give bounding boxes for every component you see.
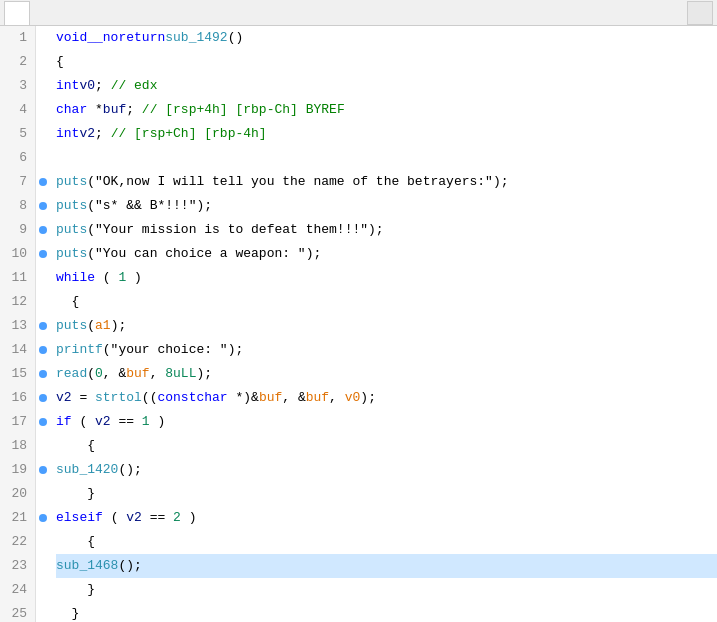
dot-indicator	[39, 394, 47, 402]
table-row: }	[56, 482, 717, 506]
line-numbers: 1234567891011121314151617181920212223242…	[0, 26, 36, 622]
breakpoint-dot[interactable]	[36, 602, 50, 622]
line-number: 17	[0, 410, 31, 434]
breakpoint-dot[interactable]	[36, 146, 50, 170]
line-number: 5	[0, 122, 31, 146]
line-number: 1	[0, 26, 31, 50]
table-row: int v0; // edx	[56, 74, 717, 98]
tab-bar	[0, 0, 717, 26]
line-number: 6	[0, 146, 31, 170]
breakpoint-dot[interactable]	[36, 578, 50, 602]
breakpoint-dot[interactable]	[36, 458, 50, 482]
dot-indicator	[39, 418, 47, 426]
dot-indicator	[39, 370, 47, 378]
table-row: puts("s* && B*!!!");	[56, 194, 717, 218]
table-row: puts("OK,now I will tell you the name of…	[56, 170, 717, 194]
line-number: 20	[0, 482, 31, 506]
editor-container: 1234567891011121314151617181920212223242…	[0, 0, 717, 622]
breakpoint-dot[interactable]	[36, 506, 50, 530]
breakpoint-dot[interactable]	[36, 98, 50, 122]
breakpoint-dot[interactable]	[36, 290, 50, 314]
line-number: 8	[0, 194, 31, 218]
breakpoint-dot[interactable]	[36, 194, 50, 218]
table-row: {	[56, 530, 717, 554]
table-row: read(0, &buf, 8uLL);	[56, 362, 717, 386]
line-number: 19	[0, 458, 31, 482]
tab-ida-view[interactable]	[4, 1, 30, 25]
dot-indicator	[39, 226, 47, 234]
table-row: if ( v2 == 1 )	[56, 410, 717, 434]
table-row: puts(a1);	[56, 314, 717, 338]
table-row: }	[56, 602, 717, 622]
table-row: puts("You can choice a weapon: ");	[56, 242, 717, 266]
dot-indicator	[39, 322, 47, 330]
table-row: sub_1468();	[56, 554, 717, 578]
line-number: 16	[0, 386, 31, 410]
line-number: 23	[0, 554, 31, 578]
code-lines: void __noreturn sub_1492(){ int v0; // e…	[50, 26, 717, 622]
code-area: 1234567891011121314151617181920212223242…	[0, 26, 717, 622]
line-number: 24	[0, 578, 31, 602]
line-number: 2	[0, 50, 31, 74]
breakpoint-dot[interactable]	[36, 74, 50, 98]
tab-pseudocode[interactable]	[687, 1, 713, 25]
table-row: puts("Your mission is to defeat them!!!"…	[56, 218, 717, 242]
breakpoint-dot[interactable]	[36, 26, 50, 50]
table-row: while ( 1 )	[56, 266, 717, 290]
table-row: {	[56, 290, 717, 314]
line-number: 14	[0, 338, 31, 362]
breakpoint-dot[interactable]	[36, 338, 50, 362]
breakpoint-dot[interactable]	[36, 434, 50, 458]
table-row: }	[56, 578, 717, 602]
line-number: 25	[0, 602, 31, 622]
line-number: 10	[0, 242, 31, 266]
breakpoint-dot[interactable]	[36, 410, 50, 434]
breakpoint-dot[interactable]	[36, 530, 50, 554]
breakpoint-dot[interactable]	[36, 50, 50, 74]
line-number: 11	[0, 266, 31, 290]
breakpoint-dot[interactable]	[36, 266, 50, 290]
table-row: v2 = strtol((const char *)&buf, &buf, v0…	[56, 386, 717, 410]
line-number: 4	[0, 98, 31, 122]
breakpoint-dot[interactable]	[36, 242, 50, 266]
table-row: {	[56, 50, 717, 74]
breakpoint-dot[interactable]	[36, 386, 50, 410]
table-row: else if ( v2 == 2 )	[56, 506, 717, 530]
breakpoint-dot[interactable]	[36, 122, 50, 146]
breakpoint-dot[interactable]	[36, 482, 50, 506]
line-number: 3	[0, 74, 31, 98]
breakpoint-dot[interactable]	[36, 314, 50, 338]
table-row: char *buf; // [rsp+4h] [rbp-Ch] BYREF	[56, 98, 717, 122]
table-row: {	[56, 434, 717, 458]
breakpoint-dot[interactable]	[36, 218, 50, 242]
dot-indicator	[39, 346, 47, 354]
table-row: int v2; // [rsp+Ch] [rbp-4h]	[56, 122, 717, 146]
line-number: 21	[0, 506, 31, 530]
dot-indicator	[39, 202, 47, 210]
table-row: void __noreturn sub_1492()	[56, 26, 717, 50]
line-number: 22	[0, 530, 31, 554]
dot-indicator	[39, 250, 47, 258]
breakpoint-dot[interactable]	[36, 170, 50, 194]
line-number: 15	[0, 362, 31, 386]
line-number: 7	[0, 170, 31, 194]
table-row: printf("your choice: ");	[56, 338, 717, 362]
table-row	[56, 146, 717, 170]
breakpoint-dot[interactable]	[36, 362, 50, 386]
line-number: 18	[0, 434, 31, 458]
line-number: 9	[0, 218, 31, 242]
dot-indicator	[39, 514, 47, 522]
dot-column	[36, 26, 50, 622]
table-row: sub_1420();	[56, 458, 717, 482]
breakpoint-dot[interactable]	[36, 554, 50, 578]
line-number: 12	[0, 290, 31, 314]
line-number: 13	[0, 314, 31, 338]
dot-indicator	[39, 466, 47, 474]
dot-indicator	[39, 178, 47, 186]
